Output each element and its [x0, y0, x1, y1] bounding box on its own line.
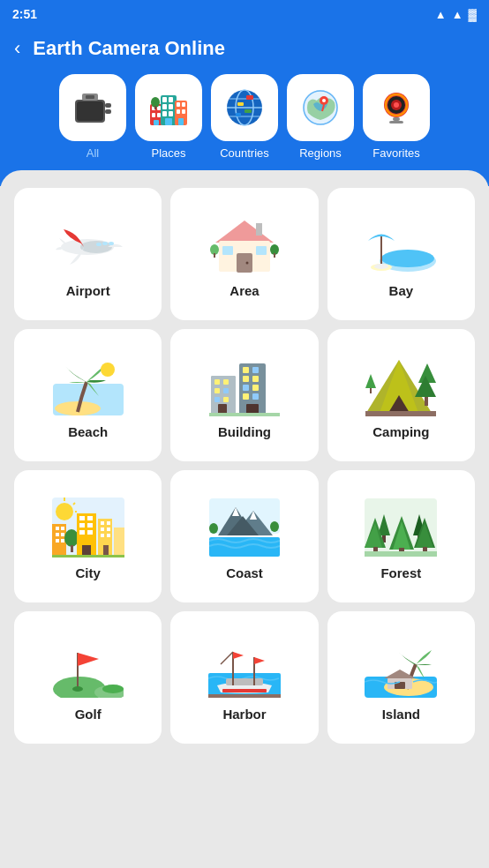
harbor-label: Harbor — [222, 707, 266, 722]
coast-icon — [205, 497, 284, 558]
tab-places[interactable]: Places — [135, 74, 202, 160]
svg-rect-171 — [208, 694, 281, 698]
tab-regions[interactable]: Regions — [287, 74, 354, 160]
svg-rect-77 — [223, 388, 229, 393]
forest-label: Forest — [380, 565, 421, 580]
category-area[interactable]: Area — [170, 188, 318, 320]
category-golf[interactable]: Golf — [14, 611, 162, 744]
map-icon — [301, 88, 340, 127]
svg-marker-53 — [215, 221, 274, 243]
tab-countries-icon-wrap — [211, 74, 278, 141]
airport-label: Airport — [66, 283, 110, 298]
svg-rect-63 — [256, 223, 262, 236]
svg-point-113 — [64, 529, 79, 547]
svg-line-166 — [221, 652, 233, 664]
category-camping[interactable]: Camping — [327, 329, 475, 461]
tab-all[interactable]: All — [59, 74, 126, 160]
svg-rect-79 — [223, 397, 229, 402]
category-airport[interactable]: Airport — [14, 188, 162, 320]
svg-rect-100 — [365, 411, 436, 416]
app-header: ‹ Earth Camera Online — [0, 28, 489, 74]
back-button[interactable]: ‹ — [14, 37, 20, 60]
category-bay[interactable]: Bay — [327, 188, 475, 320]
camping-icon — [361, 355, 440, 417]
city-icon — [49, 497, 128, 558]
category-city[interactable]: City — [14, 470, 162, 602]
globe-icon — [225, 88, 264, 127]
svg-rect-87 — [252, 385, 259, 391]
beach-icon — [49, 355, 128, 417]
svg-rect-34 — [237, 102, 244, 106]
svg-rect-116 — [79, 516, 85, 520]
svg-rect-76 — [214, 388, 220, 393]
page-title: Earth Camera Online — [33, 37, 225, 60]
svg-rect-74 — [214, 379, 220, 385]
content-area: Airport — [0, 170, 489, 788]
favorites-icon — [377, 89, 416, 126]
svg-point-44 — [394, 102, 399, 108]
golf-label: Golf — [75, 707, 102, 722]
tab-favorites[interactable]: Favorites — [363, 74, 430, 160]
harbor-icon — [205, 638, 284, 700]
coast-label: Coast — [226, 565, 263, 580]
tab-all-label: All — [87, 146, 99, 160]
category-island[interactable]: Island — [327, 611, 475, 744]
places-icon — [148, 88, 189, 127]
svg-rect-36 — [236, 113, 241, 116]
signal-icon: ▲ — [452, 8, 463, 21]
tab-countries-label: Countries — [220, 146, 269, 160]
category-forest[interactable]: Forest — [327, 470, 475, 602]
svg-rect-84 — [243, 376, 249, 382]
svg-point-161 — [72, 686, 83, 692]
svg-rect-55 — [237, 253, 252, 273]
status-bar: 2:51 ▲ ▲ ▓ — [0, 0, 489, 28]
svg-rect-91 — [209, 413, 280, 416]
svg-marker-160 — [78, 653, 99, 666]
svg-rect-57 — [222, 246, 233, 255]
svg-rect-15 — [162, 104, 167, 109]
tab-favorites-label: Favorites — [372, 146, 419, 160]
tab-all-icon-wrap — [59, 74, 126, 141]
svg-rect-132 — [52, 555, 124, 557]
category-harbor[interactable]: Harbor — [170, 611, 318, 744]
svg-rect-88 — [243, 393, 249, 400]
svg-rect-21 — [177, 102, 180, 107]
island-label: Island — [382, 707, 420, 722]
status-icons: ▲ ▲ ▓ — [435, 8, 477, 21]
svg-point-68 — [374, 264, 388, 269]
svg-rect-83 — [252, 367, 259, 373]
svg-rect-3 — [105, 109, 111, 114]
svg-rect-25 — [178, 118, 184, 125]
svg-rect-170 — [222, 689, 267, 692]
svg-rect-112 — [61, 539, 64, 542]
svg-rect-127 — [107, 528, 110, 531]
svg-rect-62 — [274, 253, 275, 258]
svg-rect-125 — [107, 521, 110, 525]
svg-point-102 — [56, 503, 73, 520]
svg-rect-16 — [169, 104, 173, 109]
airport-icon — [49, 214, 128, 276]
svg-rect-120 — [79, 530, 85, 535]
svg-rect-97 — [425, 397, 428, 406]
svg-rect-22 — [182, 102, 185, 107]
svg-rect-109 — [56, 533, 59, 536]
category-coast[interactable]: Coast — [170, 470, 318, 602]
svg-rect-35 — [244, 109, 252, 113]
tab-countries[interactable]: Countries — [211, 74, 278, 160]
svg-point-71 — [101, 363, 115, 377]
svg-rect-126 — [101, 528, 104, 531]
category-beach[interactable]: Beach — [14, 329, 162, 461]
tab-regions-icon-wrap — [287, 74, 354, 141]
beach-label: Beach — [68, 424, 108, 439]
svg-rect-108 — [61, 527, 64, 530]
bay-label: Bay — [389, 283, 414, 298]
forest-icon — [361, 497, 440, 558]
svg-rect-124 — [101, 521, 104, 525]
svg-rect-24 — [182, 109, 185, 114]
svg-rect-129 — [107, 534, 110, 537]
category-building[interactable]: Building — [170, 329, 318, 461]
svg-rect-27 — [154, 106, 156, 109]
building-label: Building — [218, 424, 271, 439]
tab-regions-label: Regions — [299, 146, 342, 160]
building-icon — [205, 355, 284, 417]
